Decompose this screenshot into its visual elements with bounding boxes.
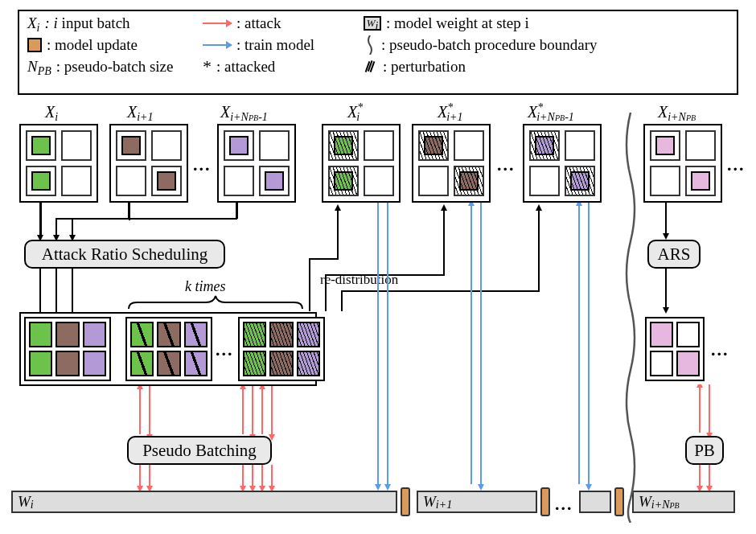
squiggle-icon [364,35,376,55]
svg-marker-40 [478,484,484,491]
pb-short-box: PB [685,436,724,465]
weight-bar-winpb: Wi+NPB [632,491,735,513]
svg-marker-48 [663,307,669,314]
weight-bar-wi: Wi [11,491,397,513]
train-arrows [322,203,611,492]
svg-marker-50 [696,384,703,388]
arrow-to-ars-short [651,203,700,241]
k-times-label: k times [185,278,225,295]
pb-iter-k [238,317,325,381]
update-mark-2 [540,487,550,516]
svg-marker-46 [663,233,669,240]
weight-bar-short [579,491,611,513]
batch-x-i1 [109,124,188,203]
legend-attack: : attack [203,14,364,32]
dots-right: ... [711,339,729,360]
attack-arrows-lower [125,465,327,492]
batch-x-star-i [322,124,401,203]
legend-model-weight: Wi : model weight at step i [364,14,613,32]
dots-pb: ... [216,339,234,360]
perturbation-icon [364,60,378,74]
dots-w: ... [555,494,573,515]
pb-iter-0 [24,317,111,381]
attack-arrow-icon [203,23,232,24]
svg-marker-36 [384,484,391,491]
label-x-star-i1: X*i+1 [438,103,463,121]
legend-npb: NPB : pseudo-batch size [27,58,203,76]
svg-marker-38 [468,203,475,206]
dots-2: ... [497,154,516,175]
legend-perturbation: : perturbation [364,58,613,76]
label-x-star-i: X*i [347,103,360,121]
dots-1: ... [193,154,212,175]
batch-x-star-i1 [412,124,491,203]
batch-x-inpb1 [217,124,296,203]
legend-model-update: : model update [27,36,203,54]
svg-marker-14 [240,386,246,389]
weight-bar-wi1: Wi+1 [417,491,537,513]
batch-x-star-inpb1 [523,124,602,203]
model-update-icon [27,38,42,52]
label-x-star-inpb1: X*i+NPB-1 [528,103,574,121]
svg-marker-34 [375,484,381,491]
legend-boundary: : pseudo-batch procedure boundary [364,35,613,55]
svg-marker-18 [259,386,265,389]
label-x-inpb: Xi+NPB [658,103,696,121]
update-mark-1 [401,487,410,516]
attack-arrows-right [692,384,740,441]
legend-row-3: NPB : pseudo-batch size * : attacked : p… [27,58,729,76]
dots-right-top: ... [727,154,746,175]
label-x-inpb1: Xi+NPB-1 [220,103,268,121]
ars-box: Attack Ratio Scheduling [24,240,225,269]
train-arrow-icon [203,44,232,46]
pb-label-box: Pseudo Batching [127,436,272,465]
legend-box: Xi : i input batch : attack Wi : model w… [18,10,738,95]
label-x-i1: Xi+1 [127,103,154,121]
batch-x-inpb [643,124,722,203]
brace-icon [125,293,306,310]
svg-marker-42 [576,203,582,206]
boundary-squiggle [621,113,640,523]
svg-marker-10 [137,386,143,389]
connect-lines-left [32,203,241,243]
legend-attacked: * : attacked [203,58,364,76]
legend-row-1: Xi : i input batch : attack Wi : model w… [27,14,729,32]
weight-box-icon: Wi [364,16,381,31]
svg-marker-44 [585,484,592,491]
pb-iter-1 [125,317,212,381]
pb-right [645,317,705,381]
legend-train-model: : train model [203,36,364,54]
batch-x-i [19,124,98,203]
legend-input-batch: Xi : i input batch [27,14,203,32]
attack-arrows-right-lower [692,465,740,492]
label-x-i: Xi [45,103,58,121]
legend-row-2: : model update : train model : pseudo-ba… [27,35,729,55]
attack-arrows [125,386,327,442]
arrow-from-ars-short [651,269,700,317]
ars-short-box: ARS [647,240,701,269]
